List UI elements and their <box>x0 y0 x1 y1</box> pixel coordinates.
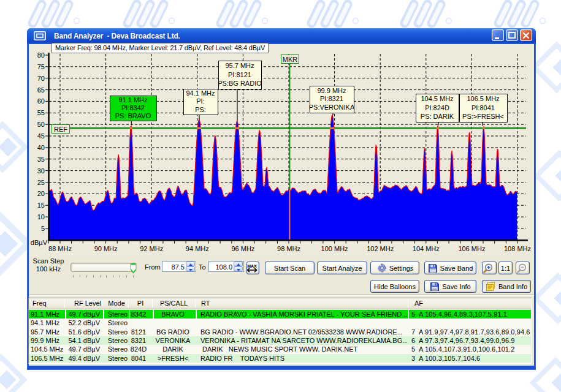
svg-text:PS:BG RADIO: PS:BG RADIO <box>218 80 262 87</box>
svg-text:94 MHz: 94 MHz <box>186 245 209 252</box>
svg-text:PI:824D: PI:824D <box>425 104 449 111</box>
svg-text:PS:>FRESH<: PS:>FRESH< <box>462 113 504 120</box>
svg-text:70: 70 <box>37 75 45 82</box>
svg-text:100 MHz: 100 MHz <box>321 245 348 252</box>
svg-text:99.9 MHz: 99.9 MHz <box>317 87 346 94</box>
svg-text:88 MHz: 88 MHz <box>48 245 72 252</box>
svg-text:95.7 MHz: 95.7 MHz <box>225 62 254 69</box>
svg-text:98 MHz: 98 MHz <box>277 245 300 252</box>
svg-text:106 MHz: 106 MHz <box>458 245 485 252</box>
svg-text:MAX: MAX <box>247 264 257 268</box>
svg-text:104 MHz: 104 MHz <box>413 245 440 252</box>
svg-text:35: 35 <box>37 156 45 163</box>
svg-text:20: 20 <box>37 190 45 197</box>
svg-text:92 MHz: 92 MHz <box>140 245 163 252</box>
svg-text:40: 40 <box>37 144 45 151</box>
svg-text:108 MHz: 108 MHz <box>504 245 531 252</box>
svg-text:60: 60 <box>37 97 45 105</box>
svg-text:50: 50 <box>37 121 45 128</box>
svg-text:25: 25 <box>37 179 45 186</box>
svg-text:65: 65 <box>37 86 45 94</box>
svg-text:PI:8041: PI:8041 <box>471 104 495 111</box>
svg-text:15: 15 <box>37 202 45 209</box>
svg-text:PS: BRAVO: PS: BRAVO <box>115 112 151 119</box>
svg-text:90 MHz: 90 MHz <box>94 245 118 252</box>
svg-text:96 MHz: 96 MHz <box>231 245 254 252</box>
svg-text:30: 30 <box>37 167 45 175</box>
svg-text:PS:: PS: <box>195 106 206 113</box>
svg-text:106.5 MHz: 106.5 MHz <box>467 95 499 102</box>
svg-text:PI:8121: PI:8121 <box>228 71 251 78</box>
svg-text:REF: REF <box>54 126 67 133</box>
svg-text:75: 75 <box>37 63 45 70</box>
svg-text:91.1 MHz: 91.1 MHz <box>118 96 147 104</box>
svg-text:94.1 MHz: 94.1 MHz <box>186 89 215 97</box>
svg-text:104.5 MHz: 104.5 MHz <box>421 95 453 102</box>
svg-text:PI:8342: PI:8342 <box>121 104 145 111</box>
svg-text:PS: DARIK: PS: DARIK <box>421 113 454 120</box>
svg-text:5: 5 <box>41 225 45 232</box>
svg-text:45: 45 <box>37 132 45 140</box>
svg-text:dBµV: dBµV <box>31 239 48 246</box>
svg-text:PS:VERONIKA: PS:VERONIKA <box>309 104 355 111</box>
svg-text:102 MHz: 102 MHz <box>367 245 394 252</box>
svg-text:80: 80 <box>37 51 45 59</box>
svg-text:10: 10 <box>37 213 45 221</box>
svg-text:PI:8321: PI:8321 <box>320 95 343 102</box>
svg-text:PI:: PI: <box>196 97 204 105</box>
svg-text:55: 55 <box>37 109 45 116</box>
svg-text:MKR: MKR <box>283 56 298 63</box>
